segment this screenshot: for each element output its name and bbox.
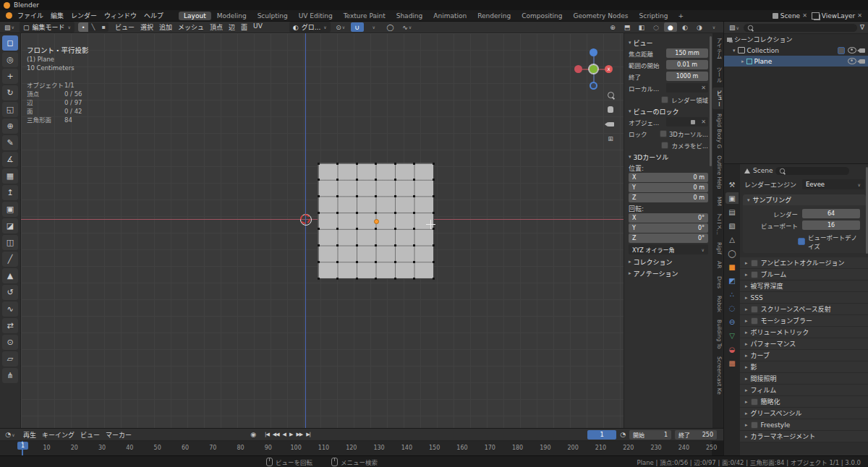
vertex[interactable]: [336, 179, 339, 181]
section-checkbox[interactable]: [751, 271, 758, 278]
proportional-edit-toggle[interactable]: ◯: [384, 22, 397, 32]
modifiers-tab[interactable]: ◩: [726, 275, 739, 286]
playback-jump-start-button[interactable]: |◀: [263, 432, 271, 437]
vertex[interactable]: [394, 278, 396, 280]
collections-panel-header[interactable]: ▸ コレクション: [629, 257, 708, 267]
properties-section-header[interactable]: ▸カーブ: [740, 350, 868, 361]
tool-extrude[interactable]: ↥: [2, 185, 18, 200]
focal-length-field[interactable]: 150 mm: [666, 48, 708, 58]
vertex[interactable]: [394, 163, 396, 165]
tool-inset-faces[interactable]: ▣: [2, 202, 18, 217]
vertex[interactable]: [375, 228, 377, 230]
properties-section-header[interactable]: ▸パフォーマンス: [740, 338, 868, 350]
lock-object-field[interactable]: ✕: [666, 117, 708, 127]
auto-key-button[interactable]: ◉: [247, 430, 260, 440]
npanel-tab[interactable]: Rigif: [712, 239, 723, 257]
gizmo-x-positive[interactable]: X: [605, 65, 613, 73]
topbar-menu-item[interactable]: ファイル: [14, 11, 47, 20]
tool-select-box[interactable]: ◻: [2, 35, 18, 51]
viewport-menu-item[interactable]: 辺: [226, 22, 238, 32]
vertex[interactable]: [394, 212, 396, 214]
workspace-tab[interactable]: Rendering: [472, 12, 516, 20]
vertex[interactable]: [336, 261, 339, 263]
properties-section-header[interactable]: ▸モーションブラー: [740, 315, 868, 327]
axis-value-field[interactable]: X0 m: [629, 173, 708, 182]
properties-section-header[interactable]: ▸影: [740, 361, 868, 373]
topbar-menu-item[interactable]: ヘルプ: [140, 11, 167, 20]
vertex[interactable]: [356, 278, 358, 280]
npanel-tab[interactable]: Robok: [712, 293, 723, 315]
section-checkbox[interactable]: [751, 398, 758, 406]
axis-value-field[interactable]: X0°: [629, 213, 708, 223]
vertex[interactable]: [375, 212, 377, 214]
workspace-tab[interactable]: Shading: [391, 12, 428, 20]
section-checkbox[interactable]: [751, 260, 758, 267]
transform-orientation-dropdown[interactable]: ◐ グロ... ∨: [289, 22, 331, 33]
viewport-menu-item[interactable]: ビュー: [112, 22, 137, 32]
scene-selector[interactable]: Scene ✕: [773, 12, 807, 20]
timeline-editor-dropdown[interactable]: ◔ ∨: [4, 430, 17, 440]
vertex[interactable]: [433, 261, 435, 263]
gizmo-x-negative[interactable]: [574, 65, 582, 73]
npanel-tab[interactable]: ビュー: [712, 87, 723, 110]
tool-shrink-fatten[interactable]: ⊙: [2, 335, 18, 350]
topbar-menu-item[interactable]: ウィンドウ: [101, 11, 140, 20]
scene-tab[interactable]: △: [726, 234, 739, 245]
section-checkbox[interactable]: [751, 306, 758, 313]
view-panel-header[interactable]: ▾ ビュー: [629, 38, 708, 48]
snap-dropdown[interactable]: ∨: [367, 22, 380, 32]
playback-play-reverse-button[interactable]: ◀: [281, 432, 287, 437]
view-layer-unlink-icon[interactable]: ✕: [857, 12, 862, 19]
render-samples-field[interactable]: 64: [802, 209, 860, 218]
vertex[interactable]: [433, 278, 435, 280]
clip-start-field[interactable]: 0.01 m: [666, 60, 708, 69]
properties-section-header[interactable]: ▸間接照明: [740, 373, 868, 385]
viewport-samples-field[interactable]: 16: [802, 220, 860, 230]
vertex[interactable]: [394, 195, 396, 197]
npanel-tab[interactable]: アニメ...: [712, 210, 723, 238]
cursor-panel-header[interactable]: ▾ 3Dカーソル: [629, 152, 708, 162]
vertex[interactable]: [433, 228, 435, 230]
hide-eye-icon[interactable]: [848, 47, 856, 53]
npanel-tab[interactable]: Rigid Body G: [712, 111, 723, 151]
vertex[interactable]: [375, 195, 377, 197]
tool-edge-slide[interactable]: ⇄: [2, 318, 18, 333]
playback-play-button[interactable]: ▶: [288, 432, 294, 437]
gizmo-z-negative[interactable]: [590, 82, 597, 90]
texture-tab[interactable]: ▩: [726, 357, 739, 369]
annotations-panel-header[interactable]: ▸ アノテーション: [629, 268, 708, 278]
sampling-panel-header[interactable]: ▾ サンプリング: [743, 194, 866, 205]
proportional-falloff-dropdown[interactable]: ∿ ∨: [401, 22, 414, 32]
playback-prev-keyframe-button[interactable]: ◀◀: [271, 432, 281, 437]
shading-wireframe-button[interactable]: ◌: [650, 22, 663, 32]
viewport-menu-item[interactable]: UV: [250, 22, 265, 32]
tool-tab[interactable]: ⚒: [726, 179, 739, 190]
viewport-menu-item[interactable]: メッシュ: [175, 22, 207, 32]
vertex[interactable]: [375, 179, 377, 181]
axis-value-field[interactable]: Z0 m: [629, 193, 708, 202]
vertex[interactable]: [413, 163, 415, 165]
scene-unlink-icon[interactable]: ✕: [802, 12, 807, 19]
timeline-menu-item[interactable]: キーイング: [39, 430, 77, 440]
vertex[interactable]: [433, 212, 435, 214]
viewport-menu-item[interactable]: 追加: [156, 22, 175, 32]
vertex[interactable]: [394, 261, 396, 263]
camera-view-button[interactable]: [605, 119, 616, 129]
properties-section-header[interactable]: ▸Freestyle: [740, 419, 868, 431]
lock-3d-cursor-checkbox[interactable]: [660, 130, 667, 137]
local-camera-field[interactable]: ✕: [666, 83, 708, 93]
vertex[interactable]: [336, 244, 339, 247]
workspace-tab[interactable]: Layout: [179, 12, 211, 20]
particles-tab[interactable]: ∴: [726, 288, 739, 300]
tool-rip-region[interactable]: ⋔: [2, 368, 18, 383]
vertex[interactable]: [413, 195, 415, 197]
vertex[interactable]: [433, 195, 435, 197]
n-panel-scrollbar[interactable]: [710, 36, 712, 166]
face-select-button[interactable]: ▪: [98, 22, 109, 32]
tool-rotate[interactable]: ↻: [2, 85, 18, 100]
axis-value-field[interactable]: Y0 m: [629, 183, 708, 192]
tool-spin[interactable]: ↺: [2, 285, 18, 300]
npanel-tab[interactable]: アイテム: [712, 35, 723, 62]
pivot-point-dropdown[interactable]: ⊙ ∨: [334, 22, 347, 32]
workspace-tab[interactable]: Animation: [428, 12, 472, 20]
